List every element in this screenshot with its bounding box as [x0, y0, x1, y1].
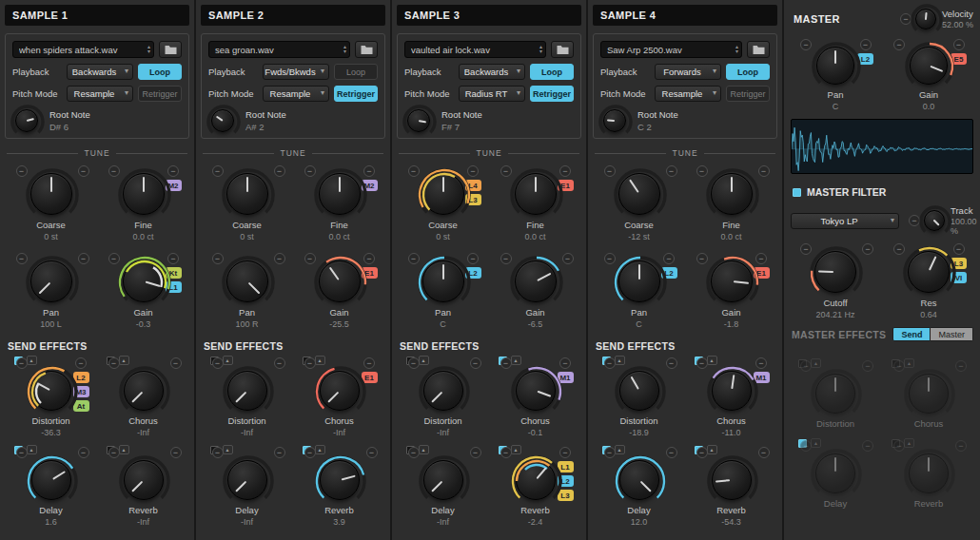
distortion-knob[interactable]: [815, 374, 855, 414]
mod-slot-button[interactable]: [893, 243, 905, 255]
mod-slot-button[interactable]: [696, 357, 708, 369]
fx-expand-button[interactable]: [419, 445, 429, 454]
fx-expand-button[interactable]: [315, 445, 325, 454]
browse-folder-button[interactable]: [355, 41, 378, 58]
browse-folder-button[interactable]: [551, 41, 574, 58]
mod-slot-button[interactable]: [470, 447, 481, 458]
mod-slot-button[interactable]: [604, 165, 616, 177]
fx-expand-button[interactable]: [811, 358, 821, 368]
mod-slot-button[interactable]: [212, 253, 224, 264]
mod-slot-button[interactable]: [893, 39, 905, 50]
distortion-knob[interactable]: [227, 371, 267, 411]
mod-slot-button[interactable]: [16, 357, 28, 369]
mod-slot-button[interactable]: [304, 165, 316, 177]
sample-file-stepper[interactable]: [539, 45, 542, 54]
sample-file-stepper[interactable]: [735, 45, 738, 54]
reverb-knob[interactable]: [909, 453, 949, 493]
playback-select[interactable]: Fwds/Bkwds: [263, 64, 329, 80]
delay-knob[interactable]: [423, 460, 463, 500]
root-note-knob[interactable]: [603, 109, 626, 132]
mod-slot-button[interactable]: [75, 357, 87, 369]
mod-source-badge[interactable]: M2: [362, 180, 378, 191]
mod-slot-button[interactable]: [559, 357, 571, 369]
mod-slot-button[interactable]: [212, 357, 224, 369]
root-note-knob[interactable]: [211, 109, 234, 132]
mod-slot-button[interactable]: [663, 253, 675, 264]
mod-slot-button[interactable]: [559, 447, 571, 458]
browse-folder-button[interactable]: [747, 41, 770, 58]
pan-knob[interactable]: [30, 260, 72, 302]
mod-source-badge[interactable]: L2: [465, 267, 481, 279]
mod-slot-button[interactable]: [408, 253, 420, 264]
velocity-knob[interactable]: [915, 9, 936, 29]
loop-button[interactable]: Loop: [138, 64, 182, 80]
chorus-knob[interactable]: [712, 371, 752, 411]
filter-type-select[interactable]: Tokyo LP: [791, 213, 899, 229]
mod-slot-button[interactable]: [900, 13, 911, 25]
mod-slot-button[interactable]: [16, 447, 28, 458]
mod-slot-button[interactable]: [758, 165, 770, 177]
sample-file-stepper[interactable]: [343, 45, 346, 54]
sample-file-input[interactable]: when spiders attack.wav: [12, 41, 154, 58]
delay-knob[interactable]: [619, 460, 659, 500]
pitch-mode-select[interactable]: Resample: [655, 86, 721, 102]
sample-file-input[interactable]: sea groan.wav: [208, 41, 350, 58]
pan-knob[interactable]: [422, 260, 464, 302]
loop-button[interactable]: Loop: [334, 64, 378, 80]
mod-slot-button[interactable]: [16, 253, 28, 264]
mod-source-badge[interactable]: L1: [558, 461, 574, 472]
mod-slot-button[interactable]: [274, 357, 285, 369]
mod-slot-button[interactable]: [170, 357, 182, 369]
mod-slot-button[interactable]: [862, 440, 873, 452]
coarse-knob[interactable]: [618, 173, 660, 215]
master-button[interactable]: Master: [931, 327, 973, 341]
mod-slot-button[interactable]: [893, 360, 905, 372]
mod-slot-button[interactable]: [909, 215, 920, 226]
mod-slot-button[interactable]: [108, 253, 120, 264]
chorus-knob[interactable]: [516, 371, 556, 411]
mod-slot-button[interactable]: [467, 253, 479, 264]
gain-knob[interactable]: [319, 260, 361, 302]
mod-slot-button[interactable]: [604, 253, 616, 264]
playback-select[interactable]: Forwards: [655, 64, 721, 80]
mod-slot-button[interactable]: [893, 440, 905, 452]
browse-folder-button[interactable]: [159, 41, 182, 58]
coarse-knob[interactable]: [226, 173, 268, 215]
stepper-down-icon[interactable]: [539, 49, 542, 54]
root-note-knob[interactable]: [407, 109, 430, 132]
mod-slot-button[interactable]: [212, 165, 224, 177]
stepper-down-icon[interactable]: [735, 49, 738, 54]
fx-expand-button[interactable]: [511, 356, 521, 365]
fx-expand-button[interactable]: [811, 438, 821, 448]
fx-expand-button[interactable]: [419, 356, 429, 365]
retrigger-button[interactable]: Retrigger: [334, 86, 378, 102]
mod-source-badge[interactable]: Vl: [951, 272, 967, 283]
mod-slot-button[interactable]: [363, 357, 375, 369]
mod-slot-button[interactable]: [562, 253, 574, 264]
chorus-knob[interactable]: [909, 374, 949, 414]
pan-knob[interactable]: [816, 47, 854, 85]
mod-slot-button[interactable]: [304, 253, 316, 264]
mod-slot-button[interactable]: [78, 447, 89, 458]
mod-source-badge[interactable]: At: [73, 400, 89, 412]
delay-knob[interactable]: [31, 460, 71, 500]
mod-slot-button[interactable]: [366, 447, 378, 458]
fx-expand-button[interactable]: [119, 445, 129, 454]
pan-knob[interactable]: [226, 260, 268, 302]
mod-slot-button[interactable]: [78, 165, 89, 177]
mod-slot-button[interactable]: [500, 253, 512, 264]
fx-expand-button[interactable]: [904, 438, 914, 448]
gain-knob[interactable]: [515, 260, 557, 302]
chorus-knob[interactable]: [124, 371, 164, 411]
mod-slot-button[interactable]: [108, 357, 120, 369]
distortion-knob[interactable]: [31, 371, 71, 411]
mod-slot-button[interactable]: [363, 253, 375, 264]
pitch-mode-select[interactable]: Resample: [67, 86, 133, 102]
mod-slot-button[interactable]: [604, 447, 616, 458]
retrigger-button[interactable]: Retrigger: [726, 86, 770, 102]
mod-slot-button[interactable]: [800, 360, 812, 372]
mod-source-badge[interactable]: L2: [857, 53, 873, 65]
fine-knob[interactable]: [319, 173, 361, 215]
mod-slot-button[interactable]: [470, 357, 481, 369]
mod-slot-button[interactable]: [304, 447, 316, 458]
